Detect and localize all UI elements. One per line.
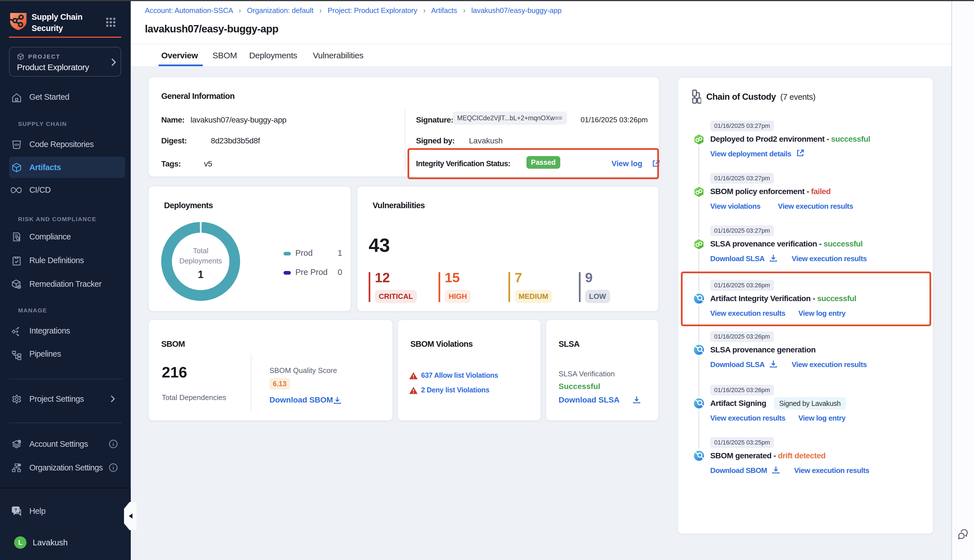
- svg-text:?: ?: [14, 508, 17, 512]
